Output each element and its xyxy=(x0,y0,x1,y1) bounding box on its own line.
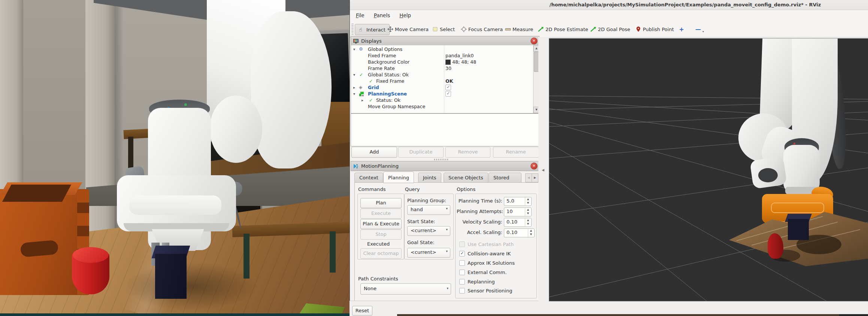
planning-scene-icon xyxy=(359,91,365,97)
tab-context[interactable]: Context xyxy=(354,173,383,183)
hand-icon: ☝ xyxy=(359,27,365,33)
dock-gutter[interactable]: ◀ xyxy=(538,37,549,301)
bench-leg-2 xyxy=(330,231,336,273)
tree-row-move-group-namespace[interactable]: Move Group Namespace xyxy=(351,103,532,110)
use-cartesian-path-row[interactable]: Use Cartesian Path xyxy=(459,241,514,247)
tree-row-frame-rate[interactable]: Frame Rate 30 xyxy=(351,65,532,72)
start-state-label: Start State: xyxy=(407,219,435,224)
planning-group-combo[interactable]: hand▾ xyxy=(407,205,450,215)
color-swatch xyxy=(445,60,451,65)
tree-row-global-options[interactable]: ▾ ⚙ Global Options xyxy=(351,46,532,52)
expander-open-icon[interactable]: ▾ xyxy=(353,72,355,78)
sensor-positioning-checkbox[interactable] xyxy=(459,288,465,294)
duplicate-display-button[interactable]: Duplicate xyxy=(398,147,444,158)
collision-aware-ik-checkbox[interactable]: ✓ xyxy=(459,251,465,256)
tool-interact[interactable]: ☝ Interact xyxy=(355,24,390,35)
options-group-label: Options xyxy=(457,186,475,192)
tool-select[interactable]: Select xyxy=(432,24,455,34)
tree-row-grid[interactable]: ▸ ◈ Grid ✓ xyxy=(351,84,532,91)
displays-tree: ▾ ⚙ Global Options Fixed Frame panda_lin… xyxy=(351,45,539,113)
tool-focus-camera[interactable]: Focus Camera xyxy=(461,24,503,34)
tab-scroll-left-button[interactable]: ◀ xyxy=(525,173,532,182)
spin-up-icon: ▲ xyxy=(530,229,532,232)
approx-ik-solutions-row[interactable]: Approx IK Solutions xyxy=(459,260,515,266)
replanning-checkbox[interactable] xyxy=(459,279,465,285)
clear-octomap-button[interactable]: Clear octomap xyxy=(360,248,402,259)
floor-shadow xyxy=(124,262,258,311)
goal-pose-arrow-icon xyxy=(590,26,596,32)
menu-panels[interactable]: Panels xyxy=(370,10,394,21)
status-led-green xyxy=(184,103,187,106)
expander-closed-icon[interactable]: ▸ xyxy=(353,84,355,91)
grid-enabled-checkbox[interactable]: ✓ xyxy=(445,85,451,90)
minus-icon: — xyxy=(695,26,701,33)
expander-open-icon[interactable]: ▾ xyxy=(353,91,355,97)
tool-move-camera[interactable]: Move Camera xyxy=(387,24,429,34)
toolbar: ☝ Interact Move Camera Select Focus Came… xyxy=(350,21,868,37)
panel-splitter-handle[interactable] xyxy=(434,159,449,160)
tool-publish-point[interactable]: Publish Point xyxy=(635,24,674,34)
expander-closed-icon[interactable]: ▸ xyxy=(362,97,363,103)
planning-scene-enabled-checkbox[interactable]: ✓ xyxy=(445,91,451,97)
tool-measure[interactable]: Measure xyxy=(505,24,533,34)
external-comm-checkbox[interactable] xyxy=(459,270,465,275)
external-comm-row[interactable]: External Comm. xyxy=(459,270,507,275)
tab-joints[interactable]: Joints xyxy=(418,173,441,183)
toolbar-grip[interactable] xyxy=(351,24,354,35)
tree-row-global-status[interactable]: ▾ ✓ Global Status: Ok xyxy=(351,72,532,78)
planning-time-spinbox[interactable]: 5.0 ▲▼ xyxy=(504,197,532,206)
plus-icon: ＋ xyxy=(678,25,685,34)
execute-button[interactable]: Execute xyxy=(360,209,402,219)
replanning-row[interactable]: Replanning xyxy=(459,279,495,285)
add-tool-button[interactable]: ＋ xyxy=(678,24,685,34)
velocity-scaling-spinbox[interactable]: 0.10 ▲▼ xyxy=(504,218,532,227)
start-state-combo[interactable]: <current>▾ xyxy=(407,226,450,236)
accel-scaling-spinbox[interactable]: 0.10 ▲▼ xyxy=(504,228,535,237)
scroll-up-icon: ▲ xyxy=(535,47,537,50)
rename-display-button[interactable]: Rename xyxy=(493,147,539,158)
displays-close-button[interactable]: ✕ xyxy=(530,37,538,45)
remove-display-button[interactable]: Remove xyxy=(445,147,490,158)
plan-button[interactable]: Plan xyxy=(360,198,402,208)
publish-point-pin-icon xyxy=(635,26,641,32)
tab-scene-objects[interactable]: Scene Objects xyxy=(444,173,488,183)
tab-planning[interactable]: Planning xyxy=(383,171,414,183)
tab-stored-scenes[interactable]: Stored Scene xyxy=(489,173,521,183)
tree-row-planning-scene[interactable]: ▾ PlanningScene ✓ xyxy=(351,91,532,97)
tab-next-icon: ▶ xyxy=(534,176,536,179)
rviz-3d-viewport[interactable] xyxy=(549,38,868,301)
motion-planning-panel-header[interactable]: MotionPlanning ✕ xyxy=(351,161,539,171)
commands-group-label: Commands xyxy=(358,186,386,192)
menu-file[interactable]: File xyxy=(352,10,368,21)
tree-row-background-color[interactable]: Background Color 48; 48; 48 xyxy=(351,59,532,65)
plan-and-execute-button[interactable]: Plan & Execute xyxy=(360,219,402,229)
approx-ik-solutions-checkbox[interactable] xyxy=(459,260,465,266)
stop-button[interactable]: Stop xyxy=(360,230,402,240)
path-constraints-combo[interactable]: None ▾ xyxy=(360,283,451,295)
tool-2d-pose-estimate[interactable]: 2D Pose Estimate xyxy=(538,24,588,34)
displays-panel-header[interactable]: Displays ✕ xyxy=(351,36,539,46)
collision-aware-ik-row[interactable]: ✓ Collision-aware IK xyxy=(459,251,511,256)
rviz-bottom-strip xyxy=(350,301,868,316)
tree-row-status-ok[interactable]: ▸ ✓ Status: Ok xyxy=(351,97,532,103)
remove-tool-button[interactable]: — ▾ xyxy=(695,24,704,34)
window-titlebar[interactable]: /home/michalpelka/projects/MySimulationP… xyxy=(350,0,868,10)
move-camera-icon xyxy=(387,26,393,32)
collapse-panel-arrow-icon[interactable]: ◀ xyxy=(542,168,544,172)
use-cartesian-path-checkbox[interactable] xyxy=(459,241,465,247)
scroll-down-icon: ▼ xyxy=(535,108,537,111)
goal-state-combo[interactable]: <current>▾ xyxy=(407,248,450,258)
gazebo-3d-viewport[interactable] xyxy=(0,0,350,316)
reset-button[interactable]: Reset xyxy=(352,306,372,316)
tab-scroll-right-button[interactable]: ▶ xyxy=(532,173,538,182)
menu-help[interactable]: Help xyxy=(396,10,415,21)
motion-planning-close-button[interactable]: ✕ xyxy=(530,162,538,170)
expander-open-icon[interactable]: ▾ xyxy=(353,46,355,52)
tree-row-fixed-frame-status[interactable]: ✓ Fixed Frame OK xyxy=(351,78,532,84)
tree-row-fixed-frame[interactable]: Fixed Frame panda_link0 xyxy=(351,52,532,59)
chevron-down-icon: ▾ xyxy=(446,249,448,253)
tool-2d-goal-pose[interactable]: 2D Goal Pose xyxy=(590,24,630,34)
add-display-button[interactable]: Add xyxy=(351,147,397,158)
sensor-positioning-row[interactable]: Sensor Positioning xyxy=(459,288,512,294)
planning-attempts-spinbox[interactable]: 10 ▲▼ xyxy=(504,207,532,216)
